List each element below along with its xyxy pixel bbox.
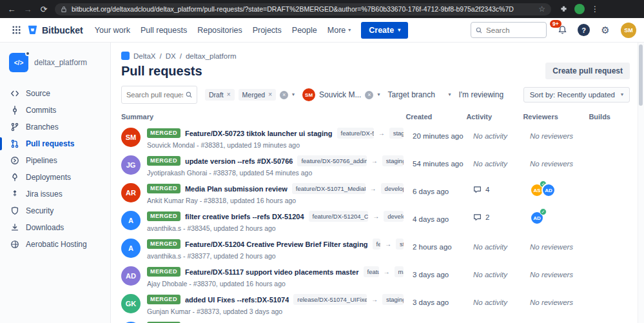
pr-author-avatar[interactable]: JG <box>121 155 141 175</box>
target-branch-chip[interactable]: develop <box>381 183 404 194</box>
sidebar-item-pipelines[interactable]: Pipelines <box>0 152 110 169</box>
lock-icon <box>61 6 67 13</box>
target-branch-select[interactable]: Target branch ▾ <box>387 90 451 99</box>
notifications-bell-icon[interactable]: 9+ <box>555 23 569 37</box>
pr-title-link[interactable]: Feature/DX-50723 tiktok launcher ui stag… <box>185 130 333 137</box>
help-icon[interactable]: ? <box>578 24 590 36</box>
remove-chip-icon[interactable]: × <box>268 92 272 98</box>
sidebar-item-pull-requests[interactable]: Pull requests <box>0 135 110 152</box>
source-branch-chip[interactable]: feature/DX-51204_Creative_Pre... <box>373 239 380 250</box>
bookmark-star-icon[interactable]: ☆ <box>538 5 545 13</box>
pull-request-row[interactable]: JG MERGED update version --refs #DX-5076… <box>121 152 630 180</box>
pr-author-avatar[interactable]: GK <box>121 294 141 313</box>
clear-filter-icon[interactable]: × <box>280 91 288 99</box>
merged-badge: MERGED <box>147 128 181 138</box>
pr-title-link[interactable]: Feature/DX-51204 Creative Preview Brief … <box>185 240 368 248</box>
sidebar-item-commits[interactable]: Commits <box>0 102 110 119</box>
browser-profile-avatar[interactable] <box>574 4 585 14</box>
target-branch-chip[interactable]: mast... <box>395 266 404 277</box>
comments-indicator[interactable]: 2 <box>473 213 530 221</box>
source-branch-chip[interactable]: feature/DX-51071_MediaPlanSu... <box>292 183 366 194</box>
page-scrollbar[interactable] <box>638 43 644 323</box>
nav-item-repositories[interactable]: Repositories <box>192 22 247 39</box>
browser-back-icon[interactable]: ← <box>6 5 17 14</box>
pr-author-avatar[interactable]: SM <box>121 128 141 147</box>
bitbucket-logo[interactable]: Bitbucket <box>27 24 83 35</box>
created-time: 54 minutes ago <box>413 160 463 168</box>
clear-filter-icon[interactable]: × <box>365 91 373 99</box>
source-branch-chip[interactable]: release/DX-51074_UIFixes_stagi... <box>293 294 367 305</box>
create-pull-request-button[interactable]: Create pull request <box>545 63 630 79</box>
comments-indicator[interactable]: 4 <box>473 185 530 193</box>
remove-chip-icon[interactable]: × <box>227 92 231 98</box>
nav-item-more[interactable]: More▾ <box>322 22 356 39</box>
pull-request-row[interactable]: AR MERGED Media Plan submission review f… <box>121 180 630 208</box>
pull-request-row[interactable]: AD MERGED Feature/DX-51117 support video… <box>121 263 630 291</box>
create-button[interactable]: Create▾ <box>361 22 408 39</box>
sidebar-item-jira-issues[interactable]: Jira issues <box>0 186 110 202</box>
extensions-icon[interactable] <box>560 5 568 14</box>
sidebar-item-deployments[interactable]: Deployments <box>0 169 110 186</box>
breadcrumb-repo[interactable]: deltax_platform <box>186 52 237 60</box>
state-filter-select[interactable]: Draft× Merged× × ▾ <box>205 89 295 101</box>
pr-author-avatar[interactable]: AD <box>121 266 141 286</box>
target-branch-chip[interactable]: staging <box>382 155 404 166</box>
nav-item-pull-requests[interactable]: Pull requests <box>135 22 192 39</box>
pr-title-link[interactable]: Feature/DX-51117 support video placement… <box>185 268 359 276</box>
pr-author-avatar[interactable]: A <box>121 211 141 230</box>
sidebar-item-branches[interactable]: Branches <box>0 119 110 135</box>
pull-request-row[interactable]: A MERGED Feature/DX-51204 Creative Previ… <box>121 235 630 263</box>
created-time: 3 days ago <box>413 271 449 279</box>
pull-request-row[interactable]: SM MERGED Feature/DX-50723 tiktok launch… <box>121 124 630 152</box>
chevron-down-icon: ▾ <box>348 28 351 33</box>
im-reviewing-filter[interactable]: I'm reviewing <box>458 90 503 99</box>
table-header-row: Summary Created Activity Reviewers Build… <box>121 113 630 124</box>
sidebar-item-label: Deployments <box>26 173 71 182</box>
nav-item-your-work[interactable]: Your work <box>90 22 135 39</box>
breadcrumb-project[interactable]: DX <box>166 52 176 60</box>
global-search-input[interactable] <box>471 22 547 38</box>
sidebar-item-source[interactable]: Source <box>0 85 110 102</box>
pull-request-row[interactable]: A MERGED filter creative briefs --refs D… <box>121 208 630 235</box>
pr-title-link[interactable]: filter creative briefs --refs DX-51204 <box>185 213 304 220</box>
sidebar-item-label: Pull requests <box>26 139 74 148</box>
target-branch-chip[interactable]: develop <box>384 211 404 222</box>
target-branch-chip[interactable]: staging <box>389 128 404 139</box>
pr-search-input[interactable] <box>121 86 197 104</box>
address-bar[interactable]: bitbucket.org/deltaxadcloud/deltax_platf… <box>55 3 551 15</box>
breadcrumb-workspace[interactable]: DeltaX <box>133 52 156 60</box>
settings-gear-icon[interactable]: ⚙ <box>598 23 612 37</box>
source-branch-chip[interactable]: feature/DX-51204_Creative_Pre... <box>309 211 369 222</box>
commits-icon <box>10 106 19 115</box>
target-branch-chip[interactable]: sta... <box>396 239 404 250</box>
pull-request-row[interactable]: GK MERGED added UI Fixes --refs:DX-51074… <box>121 291 630 318</box>
repo-header[interactable]: </> deltax_platform <box>0 53 110 72</box>
activity-status: No activity <box>473 299 507 306</box>
scrollbar-thumb[interactable] <box>639 44 643 106</box>
pr-title-link[interactable]: Media Plan submission review <box>185 185 288 193</box>
bitbucket-mark-icon <box>27 24 38 35</box>
nav-item-people[interactable]: People <box>287 22 322 39</box>
comment-icon <box>473 213 482 221</box>
browser-menu-icon[interactable]: ⋮ <box>591 5 599 14</box>
sidebar-item-downloads[interactable]: Downloads <box>0 219 110 236</box>
pr-title-link[interactable]: update version --refs #DX-50766 <box>185 157 293 165</box>
author-filter-select[interactable]: SM Souvick M... × ▾ <box>302 88 380 101</box>
source-branch-chip[interactable]: feature/DX-50723-tiktok-launc... <box>337 128 374 139</box>
pull-request-row[interactable]: A MERGED <box>121 318 630 323</box>
browser-forward-icon[interactable]: → <box>23 5 33 14</box>
sidebar-item-aerobatic-hosting[interactable]: Aerobatic Hosting <box>0 236 110 253</box>
nav-item-projects[interactable]: Projects <box>248 22 287 39</box>
source-branch-chip[interactable]: feature/DX-51117-support-vide... <box>364 266 379 277</box>
reviewer-avatar[interactable]: AD <box>542 183 556 197</box>
browser-reload-icon[interactable]: ⟳ <box>39 5 49 14</box>
pr-author-avatar[interactable]: A <box>121 239 141 258</box>
user-avatar[interactable]: SM <box>621 23 636 38</box>
app-switcher-icon[interactable] <box>8 22 24 39</box>
target-branch-chip[interactable]: staging <box>382 294 404 305</box>
sort-select[interactable]: Sort by: Recently updated ▾ <box>523 87 630 103</box>
pr-author-avatar[interactable]: AR <box>121 183 141 202</box>
pr-title-link[interactable]: added UI Fixes --refs:DX-51074 <box>185 296 289 304</box>
sidebar-item-security[interactable]: Security <box>0 202 110 219</box>
source-branch-chip[interactable]: feature/DX-50766_adding_goo... <box>297 155 366 166</box>
